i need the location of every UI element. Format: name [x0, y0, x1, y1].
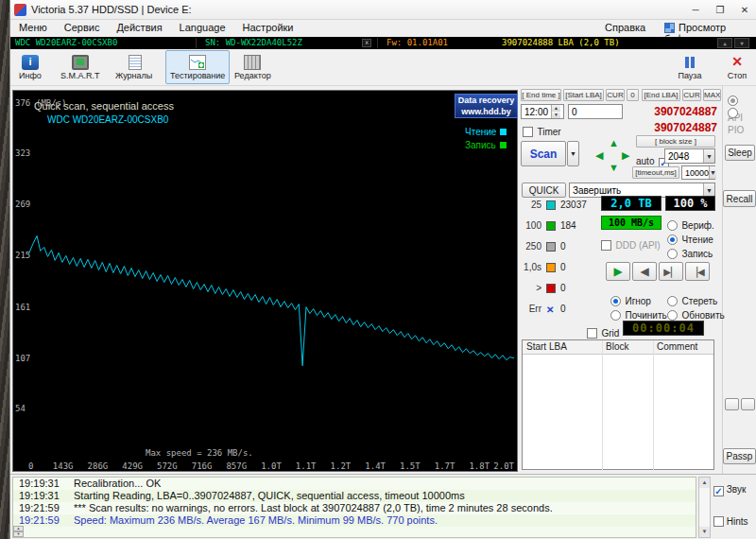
- menu-bar: МенюСервисДействияLanguageНастройки Спра…: [10, 20, 756, 37]
- log-message: Recalibration... OK: [74, 478, 161, 489]
- stat-value: 0: [560, 262, 566, 272]
- grid-checkbox-icon: [587, 328, 597, 339]
- block-size-select[interactable]: 2048▼: [664, 148, 715, 164]
- start-lba-button[interactable]: [Start LBA]: [563, 89, 604, 101]
- hex-editor-icon: [244, 55, 261, 70]
- timeout-select[interactable]: 10000▼: [681, 165, 715, 180]
- menu-item[interactable]: Настройки: [234, 20, 302, 35]
- stat-row: 2500: [519, 241, 604, 254]
- start-lba-input[interactable]: 0: [568, 104, 623, 119]
- menu-item[interactable]: Сервис: [56, 20, 109, 35]
- stop-button[interactable]: ✕ Стоп: [719, 50, 755, 84]
- sound-checkbox[interactable]: ✓ Звук: [713, 484, 746, 496]
- stat-value: 0: [560, 304, 566, 314]
- block-size-label[interactable]: [ block size ]: [636, 135, 715, 148]
- tool-testing-button[interactable]: Тестирование: [165, 50, 230, 84]
- device-up-button[interactable]: ▲: [717, 38, 732, 48]
- ddd-checkbox[interactable]: DDD (API): [601, 235, 661, 252]
- repair-radio-icon: [610, 310, 621, 321]
- stat-row: 1,0s0: [519, 262, 604, 275]
- write-radio[interactable]: Запись: [667, 244, 713, 261]
- skip-start-button[interactable]: ▕◀: [685, 262, 710, 281]
- cur-start-button[interactable]: CUR: [606, 89, 625, 101]
- maximize-button[interactable]: ❐: [708, 0, 732, 20]
- passport-button[interactable]: Passp: [723, 448, 756, 464]
- recall-button[interactable]: Recall: [723, 190, 756, 207]
- timeout-label[interactable]: [timeout,ms]: [632, 166, 679, 179]
- arrow-right-icon[interactable]: ▶: [622, 149, 629, 162]
- stat-swatch-icon: [546, 242, 556, 252]
- end-time-button[interactable]: [ End time ]: [521, 89, 561, 101]
- arrow-left-icon[interactable]: ◀: [595, 149, 603, 162]
- axis-tick-label: 857G: [226, 461, 247, 471]
- scan-dropdown-button[interactable]: ▼: [567, 141, 579, 166]
- menu-item[interactable]: Действия: [108, 20, 170, 35]
- arrow-up-icon[interactable]: ▲: [609, 137, 619, 148]
- hints-checkbox[interactable]: Hints: [713, 516, 748, 527]
- chevron-down-icon: ▼: [709, 166, 716, 179]
- minimize-button[interactable]: ─: [683, 0, 708, 20]
- end-lba-button[interactable]: [End LBA]: [642, 89, 680, 101]
- divider: [722, 86, 723, 474]
- arrow-down-icon[interactable]: ▼: [609, 162, 619, 173]
- table-column-header[interactable]: Block: [606, 341, 628, 352]
- log-entry[interactable]: 19:21:59*** Scan results: no warnings, n…: [13, 502, 696, 514]
- panel-small-button-1[interactable]: [725, 398, 739, 410]
- stat-swatch-icon: [546, 200, 556, 210]
- timer-checkbox[interactable]: Timer: [523, 122, 561, 139]
- hints-checkbox-icon: [713, 516, 724, 527]
- axis-tick-label: 286G: [88, 461, 109, 471]
- title-bar[interactable]: Victoria 5.37 HDD/SSD | Device E: ─ ❐ ✕: [10, 0, 756, 20]
- sound-checkbox-icon: ✓: [713, 486, 724, 496]
- log-list[interactable]: 19:19:31Recalibration... OK19:19:31Start…: [12, 477, 696, 538]
- scroll-up-icon[interactable]: ▲: [699, 478, 710, 488]
- spinner-arrows[interactable]: ▲▼: [551, 105, 560, 118]
- device-down-button[interactable]: ▼: [734, 38, 749, 48]
- grid-checkbox[interactable]: Grid: [587, 323, 619, 340]
- pause-button[interactable]: Пауза: [667, 50, 713, 84]
- panel-small-button-2[interactable]: [741, 398, 755, 410]
- tool-editor-button[interactable]: Редактор: [230, 50, 276, 84]
- defect-table[interactable]: Start LBABlockComment: [522, 339, 714, 470]
- log-entry[interactable]: 19:19:31Starting Reading, LBA=0..3907024…: [13, 490, 696, 502]
- scroll-down-icon[interactable]: ▼: [699, 527, 710, 537]
- log-entry[interactable]: 19:21:59Speed: Maximum 236 MB/s. Average…: [13, 514, 696, 527]
- step-back-button[interactable]: ◀: [632, 262, 657, 281]
- menu-item-help[interactable]: Справка: [596, 20, 654, 35]
- stat-swatch-icon: [546, 221, 556, 231]
- tool-info-button[interactable]: i Инфо: [14, 50, 46, 84]
- log-scrollbar[interactable]: ▲ ▼: [698, 477, 711, 538]
- sleep-button[interactable]: Sleep: [725, 145, 755, 161]
- defect-table-header: Start LBABlockComment: [523, 340, 713, 355]
- max-button[interactable]: MAX: [703, 89, 721, 101]
- skip-end-button[interactable]: ▶▏: [659, 262, 683, 281]
- quick-button[interactable]: QUICK: [522, 183, 566, 198]
- log-message: Starting Reading, LBA=0..3907024887, QUI…: [74, 490, 465, 501]
- table-column-header[interactable]: Comment: [657, 341, 697, 352]
- tool-smart-button[interactable]: S.M.A.R.T: [56, 50, 105, 84]
- menu-item[interactable]: Language: [171, 20, 234, 35]
- pio-radio[interactable]: PIO: [728, 103, 756, 137]
- max-speed-annotation: Max speed = 236 MB/s.: [146, 448, 253, 458]
- play-button[interactable]: ▶: [606, 262, 630, 281]
- axis-tick-label: 161: [15, 303, 30, 312]
- serial-close-icon[interactable]: x: [362, 39, 371, 47]
- zero-button[interactable]: 0: [627, 89, 639, 101]
- end-time-spinner[interactable]: 12:00▲▼: [521, 104, 564, 119]
- chevron-down-icon: ▼: [703, 149, 714, 163]
- axis-tick-label: 572G: [157, 461, 178, 471]
- log-side-controls: ✓ Звук Hints: [713, 477, 755, 538]
- log-entry[interactable]: 19:19:31Recalibration... OK: [13, 478, 696, 490]
- device-serial: SN: WD-WX22DA40L52Z: [205, 37, 302, 49]
- speed-display: 100 MB/s: [601, 216, 662, 230]
- cur-end-button[interactable]: CUR: [682, 89, 701, 101]
- table-column-header[interactable]: Start LBA: [526, 341, 567, 352]
- scan-button[interactable]: Scan: [521, 141, 566, 166]
- smart-chip-icon: [72, 55, 89, 70]
- close-button[interactable]: ✕: [732, 0, 756, 20]
- menu-item[interactable]: Меню: [10, 20, 56, 35]
- tool-journals-button[interactable]: Журналы: [111, 50, 157, 84]
- axis-tick-label: 1.5T: [400, 461, 421, 471]
- log-scroll-spinner[interactable]: ▲▼: [13, 526, 24, 538]
- axis-tick-label: 1.4T: [365, 461, 386, 471]
